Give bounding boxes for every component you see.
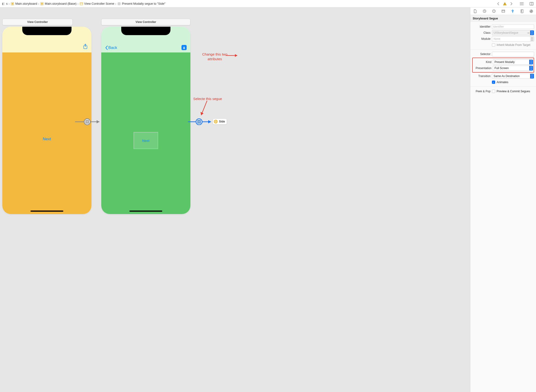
- storyboard-canvas[interactable]: View Controller Next: [0, 8, 470, 392]
- warning-icon[interactable]: [503, 2, 507, 6]
- inspector-form: Identifier Class UIStoryboardSegue ➞ ▲▼ …: [470, 22, 536, 98]
- identity-inspector-tab[interactable]: [501, 9, 506, 14]
- breadcrumb-label: Main.storyboard (Base): [45, 2, 77, 5]
- select-value: Same As Destination: [493, 75, 520, 78]
- scene-title-bar[interactable]: View Controller: [101, 19, 190, 25]
- back-label: Back: [108, 45, 117, 50]
- swift-file-icon: ◧: [1, 2, 5, 6]
- home-indicator: [30, 210, 63, 212]
- field-label: Transition: [472, 75, 491, 78]
- view-controller-icon: [214, 120, 218, 123]
- module-value: None: [492, 37, 530, 41]
- button-label: Next: [142, 139, 150, 143]
- breadcrumb-item[interactable]: Present Modally segue to "Side": [117, 2, 166, 6]
- nav-back-button[interactable]: [496, 2, 500, 6]
- outline-toggle-icon[interactable]: [520, 2, 524, 6]
- svg-point-18: [84, 119, 90, 125]
- file-inspector-tab[interactable]: [473, 9, 478, 14]
- home-indicator: [129, 210, 162, 212]
- field-label: Kind: [473, 61, 491, 64]
- svg-point-25: [196, 119, 202, 125]
- jump-bar: ◧ s › Main.storyboard › Main.storyboard …: [0, 0, 536, 8]
- scene-reference-label: Side: [219, 120, 225, 123]
- class-field[interactable]: UIStoryboardSegue ➞ ▲▼: [492, 30, 534, 35]
- download-icon[interactable]: [182, 45, 187, 50]
- checkbox-label: Animates: [497, 80, 508, 84]
- checkbox-label: Preview & Commit Segues: [497, 90, 530, 93]
- breadcrumb-label: Present Modally segue to "Side": [122, 2, 166, 5]
- attributes-inspector-tab[interactable]: [510, 9, 515, 14]
- field-label: Class: [472, 31, 491, 34]
- svg-text:?: ?: [493, 10, 494, 12]
- help-inspector-tab[interactable]: ?: [491, 9, 496, 14]
- stepper-icon[interactable]: ▲▼: [530, 37, 534, 41]
- svg-rect-4: [80, 3, 83, 5]
- chevron-right-icon: ›: [9, 2, 10, 6]
- svg-rect-6: [118, 3, 120, 5]
- connections-inspector-tab[interactable]: [529, 9, 534, 14]
- stepper-icon: ▲▼: [530, 74, 534, 79]
- view[interactable]: Next: [101, 52, 190, 214]
- scene-title-bar[interactable]: View Controller: [2, 19, 73, 25]
- history-inspector-tab[interactable]: [482, 9, 487, 14]
- storyboard-file-icon: [10, 2, 14, 6]
- select-value: Full Screen: [494, 66, 509, 70]
- svg-rect-13: [530, 2, 533, 5]
- back-button[interactable]: Back: [105, 45, 117, 50]
- breadcrumb: ◧ s › Main.storyboard › Main.storyboard …: [1, 2, 165, 6]
- field-label: Presentation: [473, 66, 491, 70]
- scene-title: View Controller: [27, 20, 48, 24]
- assistant-layout-icon[interactable]: [529, 2, 534, 6]
- inherit-module-checkbox[interactable]: [492, 43, 495, 47]
- size-inspector-tab[interactable]: [519, 9, 525, 14]
- view-controller-canvas[interactable]: Back Next: [101, 27, 190, 214]
- transition-select[interactable]: Same As Destination ▲▼: [492, 74, 534, 79]
- svg-rect-7: [119, 3, 120, 4]
- stepper-icon[interactable]: ▲▼: [530, 30, 534, 35]
- highlighted-attributes: Kind Present Modally ▲▼ Presentation Ful…: [472, 58, 534, 73]
- kind-select[interactable]: Present Modally ▲▼: [493, 60, 533, 65]
- device-notch: [22, 27, 72, 35]
- next-button[interactable]: Next: [134, 132, 158, 149]
- breadcrumb-label: Main.storyboard: [15, 2, 37, 5]
- breadcrumb-item[interactable]: ◧ s: [1, 2, 8, 6]
- jump-arrow-icon[interactable]: ➞: [526, 31, 530, 35]
- breadcrumb-item[interactable]: Main.storyboard (Base): [40, 2, 77, 6]
- identifier-field[interactable]: [492, 24, 534, 29]
- svg-rect-36: [502, 10, 505, 12]
- inspector-section-title: Storyboard Segue: [470, 15, 536, 22]
- module-select[interactable]: None ▲▼: [492, 36, 534, 42]
- svg-point-9: [505, 5, 505, 5]
- scene-icon: [80, 2, 83, 6]
- divider: [470, 87, 536, 87]
- share-icon[interactable]: [83, 44, 88, 50]
- annotation-arrow: [199, 101, 211, 119]
- selector-field[interactable]: [492, 52, 534, 56]
- field-label: Identifier: [472, 25, 491, 28]
- jump-bar-right: [496, 2, 535, 6]
- inspector-tab-bar: ?: [470, 8, 536, 15]
- chevron-right-icon: ›: [38, 2, 39, 6]
- chevron-right-icon: ›: [77, 2, 79, 6]
- segue-arrow[interactable]: [75, 118, 103, 126]
- animates-checkbox[interactable]: ✓: [492, 80, 495, 84]
- breadcrumb-item[interactable]: View Controller Scene: [80, 2, 114, 6]
- select-value: Present Modally: [494, 61, 515, 64]
- next-button[interactable]: Next: [43, 137, 51, 141]
- class-value: UIStoryboardSegue: [492, 31, 526, 34]
- view[interactable]: Next: [2, 52, 91, 214]
- scene-reference-chip[interactable]: Side: [213, 118, 227, 125]
- svg-rect-38: [521, 9, 523, 13]
- presentation-select[interactable]: Full Screen ▲▼: [493, 65, 533, 71]
- breadcrumb-item[interactable]: Main.storyboard: [10, 2, 37, 6]
- breadcrumb-label: s: [6, 2, 8, 5]
- breadcrumb-label: View Controller Scene: [84, 2, 114, 5]
- svg-point-30: [215, 121, 216, 122]
- nav-forward-button[interactable]: [509, 2, 513, 6]
- preview-commit-checkbox[interactable]: [492, 90, 495, 93]
- main-split: View Controller Next: [0, 8, 536, 392]
- field-label: Selector: [472, 52, 491, 56]
- segue-arrow-selected[interactable]: [188, 118, 214, 126]
- chevron-right-icon: ›: [115, 2, 116, 6]
- scene-title: View Controller: [135, 20, 156, 24]
